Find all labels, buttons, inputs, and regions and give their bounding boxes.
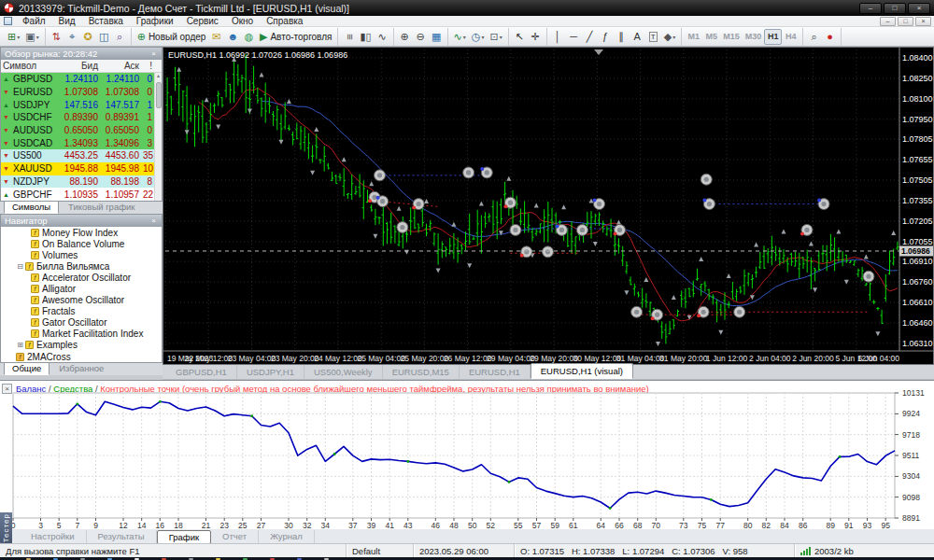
zoom-out-button[interactable]: ⊖ <box>413 29 429 45</box>
navigator-item[interactable]: f2MACross <box>1 351 162 362</box>
market-watch-close-icon[interactable]: × <box>149 49 158 58</box>
market-watch-scrollbar[interactable]: ▲ <box>154 73 162 201</box>
menu-item-4[interactable]: Графики <box>130 16 180 27</box>
tf-m30-button[interactable]: M30 <box>743 29 765 45</box>
periods-button[interactable]: ◷ <box>469 29 488 45</box>
menu-item-1[interactable]: Файл <box>16 16 52 27</box>
menu-item-3[interactable]: Вставка <box>82 16 130 27</box>
data-window-button[interactable]: ⌖ <box>64 29 80 45</box>
market-watch-row[interactable]: ▼XAUUSD1945.881945.9810 <box>1 162 162 175</box>
child-minimize-button[interactable]: – <box>880 17 896 26</box>
trendline-button[interactable]: ╱ <box>582 29 598 45</box>
tester-side-tab[interactable]: Тестер <box>0 512 12 544</box>
tf-m5-button[interactable]: M5 <box>702 29 720 45</box>
market-watch-row[interactable]: ▼NZDJPY88.19088.1988 <box>1 175 162 189</box>
fibonacci-button[interactable]: ƒ <box>598 29 614 45</box>
price-chart[interactable]: 1.084001.082501.081001.079501.078051.076… <box>163 48 933 364</box>
tester-tab-1[interactable]: Настройки <box>20 530 87 543</box>
market-watch-row[interactable]: ▲GBPCHF1.109351.1095722 <box>1 188 162 201</box>
navigator-close-icon[interactable]: × <box>149 217 158 225</box>
tf-h4-button[interactable]: H4 <box>782 29 800 45</box>
market-watch-row[interactable]: ▲GBPUSD1.241101.241100 <box>1 73 162 86</box>
navigator-item[interactable]: fFractals <box>1 306 162 317</box>
line-chart-style-button[interactable]: ∿ <box>375 29 390 45</box>
navigator-item[interactable]: ⊞fExamples <box>1 340 162 351</box>
navigator-item[interactable]: fOn Balance Volume <box>1 238 162 249</box>
templates-button[interactable]: ⊡ <box>487 29 504 45</box>
chart-tab-2[interactable]: USDJPY,H1 <box>237 365 304 379</box>
zoom-in-button[interactable]: ⊕ <box>397 29 413 45</box>
chart-tab-3[interactable]: US500,Weekly <box>304 365 383 379</box>
navigator-tab-2[interactable]: Избранное <box>50 362 112 375</box>
navigator-item[interactable]: fAwesome Oscillator <box>1 295 162 306</box>
navigator-tab-1[interactable]: Общие <box>4 362 50 375</box>
tester-tab-4[interactable]: Отчет <box>211 530 259 543</box>
profiles-button[interactable]: ▣ <box>22 29 41 45</box>
navigator-item[interactable]: fVolumes <box>1 249 162 260</box>
mql-community-button[interactable]: ☻ <box>224 29 241 45</box>
tf-m15-button[interactable]: M15 <box>720 29 743 45</box>
notifications-button[interactable]: ● <box>822 29 838 45</box>
navigator-item[interactable]: fMarket Facilitation Index <box>1 329 162 340</box>
collapse-icon[interactable]: ⊟ <box>16 262 24 271</box>
market-watch-tab-2[interactable]: Тиковый график <box>60 201 143 214</box>
navigator-item[interactable]: ⊟fБилла Вильямса <box>1 260 162 272</box>
menu-item-7[interactable]: Справка <box>260 16 309 27</box>
menu-item-2[interactable]: Вид <box>52 16 82 27</box>
tester-tab-2[interactable]: Результаты <box>87 530 157 543</box>
new-chart-button[interactable]: ⊞ <box>5 29 22 45</box>
channel-button[interactable]: ∥ <box>614 29 630 45</box>
new-order-button[interactable]: ⊕Новый ордер <box>134 29 209 45</box>
market-watch-row[interactable]: ▼USDCAD1.340931.340963 <box>1 136 162 149</box>
minimize-button[interactable]: – <box>859 3 882 14</box>
tester-balance-chart[interactable]: 0357912141618212325273032343739414346485… <box>0 381 934 529</box>
text-button[interactable]: A <box>630 29 645 45</box>
tester-tab-5[interactable]: Журнал <box>259 530 315 543</box>
chart-window[interactable]: 1.084001.082501.081001.079501.078051.076… <box>163 47 934 365</box>
tester-tab-3[interactable]: График <box>157 530 211 544</box>
navigator-item[interactable]: fAlligator <box>1 283 162 294</box>
child-close-button[interactable]: × <box>915 17 931 26</box>
menu-item-6[interactable]: Окно <box>225 16 260 27</box>
indicators-button[interactable]: ∿ <box>451 29 469 45</box>
close-button[interactable]: × <box>908 3 930 14</box>
market-watch-button[interactable]: ⇅ <box>49 29 64 45</box>
maximize-button[interactable]: □ <box>884 3 906 14</box>
market-watch-tab-1[interactable]: Символы <box>4 201 59 214</box>
market-watch-row[interactable]: ▼AUDUSD0.650500.650500 <box>1 124 162 137</box>
tf-m1-button[interactable]: M1 <box>685 29 702 45</box>
market-watch-row[interactable]: ▼US5004453.254453.6035 <box>1 149 162 162</box>
text-label-button[interactable]: T <box>645 29 661 45</box>
terminal-button[interactable]: ◫ <box>96 29 112 45</box>
tf-h1-button[interactable]: H1 <box>764 29 782 45</box>
child-restore-button[interactable]: □ <box>898 17 913 26</box>
navigator-item[interactable]: fGator Oscillator <box>1 317 162 329</box>
strategy-tester-button[interactable]: ⌕ <box>112 29 128 45</box>
navigator-item[interactable]: fMoney Flow Index <box>1 227 162 238</box>
mql-mail-button[interactable]: ✉ <box>208 29 224 45</box>
navigator-button[interactable]: ✪ <box>80 29 96 45</box>
bar-chart-style-button[interactable]: ≡ <box>341 29 357 45</box>
market-watch-row[interactable]: ▲USDJPY147.516147.5171 <box>1 98 162 111</box>
mql-market-button[interactable]: ◍ <box>241 29 257 45</box>
chart-tab-1[interactable]: GBPUSD,H1 <box>166 365 237 379</box>
tile-windows-button[interactable]: ▦ <box>429 29 445 45</box>
vertical-line-button[interactable]: │ <box>550 29 566 45</box>
status-profile[interactable]: Default <box>346 544 413 557</box>
horizontal-line-button[interactable]: ─ <box>566 29 582 45</box>
tester-x-tick-label: 75 <box>698 521 707 529</box>
chart-tab-5[interactable]: EURUSD,H1 <box>460 365 531 379</box>
autotrading-button[interactable]: ▶Авто-торговля <box>257 29 335 45</box>
navigator-item[interactable]: fAccelerator Oscillator <box>1 272 162 283</box>
crosshair-button[interactable]: ✛ <box>528 29 544 45</box>
arrows-button[interactable]: ◆ <box>661 29 678 45</box>
market-watch-row[interactable]: ▼USDCHF0.893900.893911 <box>1 111 162 124</box>
market-watch-row[interactable]: ▼EURUSD1.073081.073080 <box>1 86 162 99</box>
expand-icon[interactable]: ⊞ <box>16 341 24 349</box>
chart-tab-4[interactable]: EURUSD,M15 <box>383 365 460 379</box>
menu-item-5[interactable]: Сервис <box>180 16 225 27</box>
candlestick-style-button[interactable]: ▮▯ <box>357 29 374 45</box>
chart-tab-6[interactable]: EURUSD,H1 (visual) <box>531 363 633 379</box>
search-button[interactable]: ⌕ <box>806 29 822 45</box>
cursor-button[interactable]: ↖ <box>512 29 528 45</box>
